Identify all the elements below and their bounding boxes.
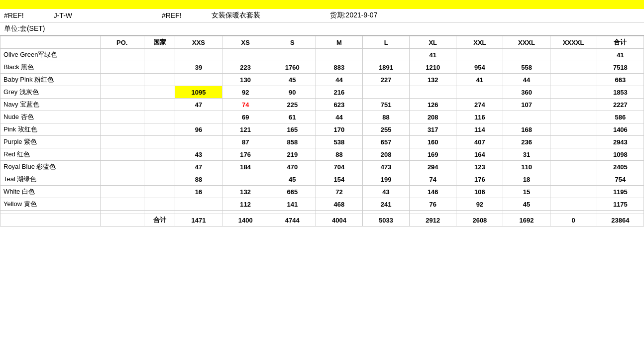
ref2: #REF!	[162, 11, 182, 19]
table-row: Baby Pink 粉红色13045442271324144663	[0, 74, 644, 86]
col-xxxl: XXXL	[503, 36, 550, 49]
ref1: #REF!	[4, 11, 24, 19]
date-label: 货期:2021-9-07	[330, 11, 378, 20]
col-s: S	[269, 36, 316, 49]
table-row: Olive Green军绿色4141	[0, 49, 644, 61]
table-row: Purple 紫色878585386571604072362943	[0, 136, 644, 148]
table-row: Navy 宝蓝色47742256237511262741072227	[0, 99, 644, 111]
col-country: 国家	[144, 36, 175, 49]
col-xxl: XXL	[456, 36, 503, 49]
header-row: #REF! J-T-W #REF! 女装保暖衣套装 货期:2021-9-07	[0, 9, 644, 22]
col-m: M	[316, 36, 362, 49]
table-row: Red 红色4317621988208169164311098	[0, 148, 644, 161]
title: 女装保暖衣套装	[212, 11, 260, 20]
data-table: PO. 国家 XXS XS S M L XL XXL XXXL XXXXL 合计…	[0, 36, 644, 227]
table-row: Teal 湖绿色88451541997417618754	[0, 173, 644, 186]
col-xxxxl: XXXXL	[550, 36, 597, 49]
empty-row	[0, 211, 644, 214]
table-row: Nude 杏色69614488208116586	[0, 111, 644, 123]
unit-text: 单位:套(SET)	[4, 24, 45, 32]
totals-row: 合计14711400474440045033291226081692023864	[0, 214, 644, 227]
table-row: Grey 浅灰色109592902163601853	[0, 86, 644, 99]
table-row: Black 黑色392231760883189112109545587518	[0, 61, 644, 74]
table-row: White 白色161326657243146106151195	[0, 186, 644, 198]
code: J-T-W	[54, 11, 72, 19]
col-po: PO.	[100, 36, 144, 49]
col-l: L	[363, 36, 410, 49]
unit-row: 单位:套(SET)	[0, 22, 644, 36]
col-total: 合计	[597, 36, 644, 49]
col-xl: XL	[410, 36, 456, 49]
table-row: Pink 玫红色961211651702553171141681406	[0, 123, 644, 136]
table-row: Yellow 黄色1121414682417692451175	[0, 198, 644, 211]
table-row: Royal Blue 彩蓝色47184470704473294123110240…	[0, 161, 644, 173]
col-xs: XS	[222, 36, 269, 49]
col-xxs: XXS	[175, 36, 222, 49]
header-row-table: PO. 国家 XXS XS S M L XL XXL XXXL XXXXL 合计	[0, 36, 644, 49]
top-bar	[0, 0, 644, 9]
col-name	[0, 36, 101, 49]
